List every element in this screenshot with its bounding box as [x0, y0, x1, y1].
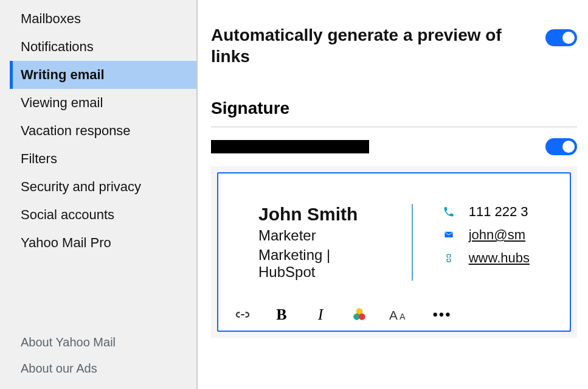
more-icon: ••• — [432, 306, 451, 323]
sidebar-item-notifications[interactable]: Notifications — [10, 33, 196, 61]
svg-text:A: A — [399, 312, 406, 321]
sidebar-footer: About Yahoo Mail About our Ads — [0, 329, 196, 389]
link-icon — [442, 251, 455, 265]
color-icon — [351, 307, 367, 323]
signature-content: John Smith Marketer Marketing | HubSpot … — [229, 189, 559, 299]
toolbar-font-button[interactable]: A A — [389, 306, 413, 323]
sidebar-item-filters[interactable]: Filters — [10, 145, 196, 173]
toolbar-color-button[interactable] — [350, 306, 369, 323]
signature-website-row: www.hubs — [442, 250, 530, 266]
signature-editor: John Smith Marketer Marketing | HubSpot … — [211, 166, 577, 338]
footer-about-our-ads[interactable]: About our Ads — [21, 356, 176, 382]
signature-title: Marketer — [258, 227, 382, 244]
svg-rect-0 — [444, 232, 452, 237]
svg-text:A: A — [389, 308, 398, 322]
signature-name: John Smith — [258, 204, 382, 225]
signature-contacts: 111 222 3 john@sm www.hubs — [442, 204, 530, 281]
sidebar-item-vacation-response[interactable]: Vacation response — [10, 117, 196, 145]
link-preview-label: Automatically generate a preview of link… — [211, 24, 503, 67]
signature-identity: John Smith Marketer Marketing | HubSpot — [258, 204, 413, 281]
signature-phone: 111 222 3 — [469, 204, 528, 220]
footer-about-yahoo-mail[interactable]: About Yahoo Mail — [21, 329, 176, 356]
settings-nav: Mailboxes Notifications Writing email Vi… — [0, 5, 196, 257]
link-preview-toggle[interactable] — [545, 29, 577, 46]
signature-heading: Signature — [211, 99, 577, 127]
signature-email-row: john@sm — [442, 227, 530, 243]
toolbar-bold-button[interactable]: B — [272, 306, 291, 323]
sidebar-item-social-accounts[interactable]: Social accounts — [10, 201, 196, 229]
signature-toolbar: B I A A ••• — [229, 299, 559, 326]
signature-org: Marketing | HubSpot — [258, 247, 382, 281]
signature-toggle[interactable] — [545, 138, 577, 155]
toolbar-italic-button[interactable]: I — [311, 306, 330, 323]
sidebar-item-mailboxes[interactable]: Mailboxes — [10, 5, 196, 33]
font-size-icon: A A — [389, 307, 412, 322]
bold-icon: B — [276, 306, 286, 324]
sidebar-item-security-privacy[interactable]: Security and privacy — [10, 173, 196, 201]
signature-website[interactable]: www.hubs — [469, 250, 530, 266]
link-preview-setting: Automatically generate a preview of link… — [211, 24, 577, 67]
signature-email[interactable]: john@sm — [469, 227, 525, 243]
phone-icon — [442, 205, 455, 219]
account-email-redacted — [211, 140, 369, 153]
sidebar-item-writing-email[interactable]: Writing email — [10, 61, 196, 89]
svg-point-3 — [359, 314, 365, 320]
toolbar-link-button[interactable] — [233, 306, 252, 323]
signature-phone-row: 111 222 3 — [442, 204, 530, 220]
sidebar-item-yahoo-mail-pro[interactable]: Yahoo Mail Pro — [10, 229, 196, 257]
signature-edit-box[interactable]: John Smith Marketer Marketing | HubSpot … — [217, 172, 571, 332]
toolbar-more-button[interactable]: ••• — [432, 306, 452, 323]
email-icon — [442, 228, 455, 242]
sidebar-item-viewing-email[interactable]: Viewing email — [10, 89, 196, 117]
italic-icon: I — [318, 306, 323, 324]
settings-main: Automatically generate a preview of link… — [198, 0, 588, 389]
settings-sidebar: Mailboxes Notifications Writing email Vi… — [0, 0, 198, 389]
signature-account-row — [211, 138, 577, 155]
